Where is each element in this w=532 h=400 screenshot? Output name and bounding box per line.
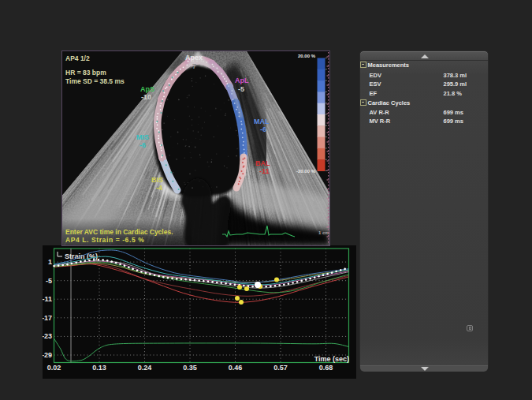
svg-text:-20.00 %: -20.00 % [296, 169, 316, 174]
svg-text:-6: -6 [260, 125, 266, 133]
svg-text:1: 1 [48, 258, 52, 266]
svg-text:MAL: MAL [254, 118, 270, 125]
svg-text:BAL: BAL [255, 159, 270, 167]
svg-text:0.24: 0.24 [138, 364, 152, 372]
svg-text:-5: -5 [46, 277, 52, 285]
svg-text:-11: -11 [259, 167, 270, 175]
svg-text:-17: -17 [43, 314, 52, 322]
svg-text:HR = 83 bpm: HR = 83 bpm [65, 69, 106, 77]
svg-text:-5: -5 [238, 85, 244, 93]
svg-text:-10: -10 [141, 93, 151, 101]
svg-text:1 cm: 1 cm [318, 230, 329, 235]
svg-text:-6: -6 [140, 141, 146, 149]
svg-text:AP4 1/2: AP4 1/2 [65, 54, 90, 62]
svg-text:ApL: ApL [235, 77, 249, 84]
svg-text:0.46: 0.46 [229, 364, 243, 372]
svg-text:Apex: Apex [185, 54, 203, 62]
svg-text:-11: -11 [43, 295, 52, 303]
svg-text:-4: -4 [156, 184, 162, 192]
svg-text:0.02: 0.02 [47, 364, 61, 372]
svg-text:Time (sec): Time (sec) [314, 355, 349, 363]
svg-text:0.35: 0.35 [183, 364, 197, 372]
svg-text:MIS: MIS [136, 133, 149, 141]
svg-text:-23: -23 [43, 332, 52, 340]
svg-text:-29: -29 [43, 351, 52, 359]
svg-text:BIS: BIS [151, 176, 163, 184]
svg-text:0.68: 0.68 [319, 364, 333, 372]
svg-text:0.13: 0.13 [92, 364, 106, 372]
svg-text:AP4 L. Strain = -6.5 %: AP4 L. Strain = -6.5 % [65, 236, 144, 244]
svg-text:20.00 %: 20.00 % [298, 54, 316, 58]
svg-text:Time SD = 38.5 ms: Time SD = 38.5 ms [65, 77, 125, 85]
svg-text:ApS: ApS [140, 85, 154, 93]
svg-text:0.57: 0.57 [273, 364, 288, 372]
svg-text:Enter AVC time in Cardiac Cycl: Enter AVC time in Cardiac Cycles. [65, 228, 173, 236]
svg-text:-7: -7 [190, 62, 196, 70]
